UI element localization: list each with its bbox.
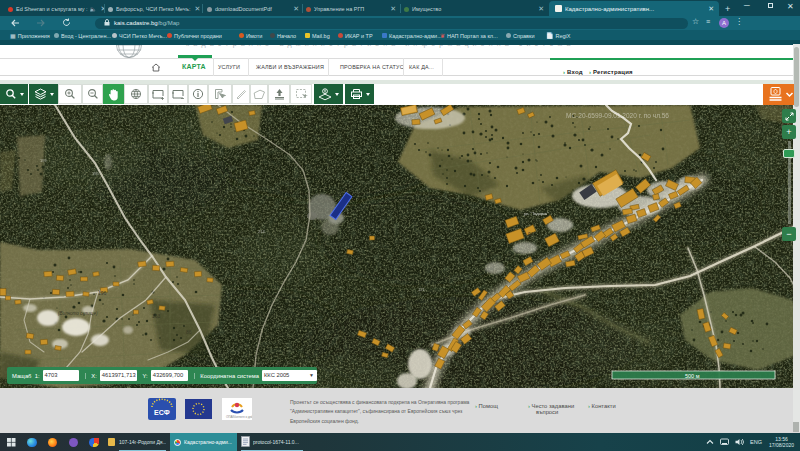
- svg-text:163: 163: [152, 313, 161, 319]
- svg-text:214: 214: [258, 229, 265, 234]
- svg-text:91: 91: [528, 231, 534, 237]
- svg-text:ОПАКботлкгя о действие: ОПАКботлкгя о действие: [226, 415, 252, 419]
- svg-text:86: 86: [186, 329, 192, 335]
- svg-text:195: 195: [92, 171, 99, 176]
- svg-text:121: 121: [418, 287, 425, 292]
- svg-text:199: 199: [40, 158, 47, 163]
- svg-text:500 м: 500 м: [685, 373, 700, 379]
- svg-text:ул. "Тодорка": ул. "Тодорка": [524, 211, 549, 216]
- svg-text:МС-20-6599-09.01.2020 г. по чл: МС-20-6599-09.01.2020 г. по чл.56: [566, 112, 669, 119]
- svg-text:ЕСФ: ЕСФ: [154, 409, 170, 416]
- svg-text:196: 196: [98, 290, 107, 296]
- svg-text:(Вилното селище): (Вилното селище): [58, 311, 98, 316]
